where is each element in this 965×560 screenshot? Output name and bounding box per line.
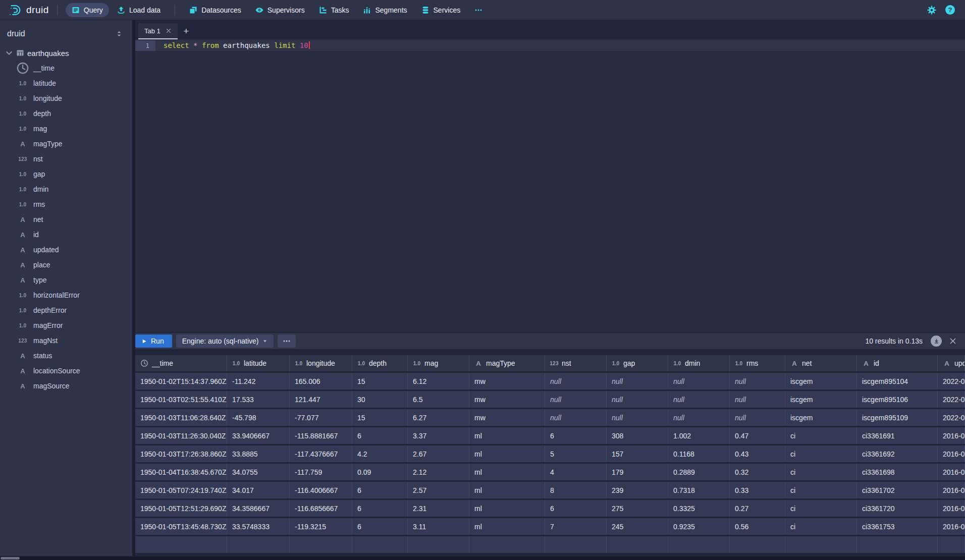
table-cell[interactable]: -117.4376667: [290, 445, 352, 462]
column-header-net[interactable]: Anet: [785, 355, 857, 371]
table-cell[interactable]: null: [730, 373, 785, 389]
table-cell[interactable]: -119.3215: [290, 518, 352, 535]
table-cell[interactable]: 165.006: [290, 373, 352, 389]
sidebar-column-item[interactable]: 1.0 horizontalError: [0, 288, 132, 303]
table-cell[interactable]: 34.3586667: [227, 500, 290, 517]
table-cell[interactable]: 1950-01-03T11:06:28.640Z: [135, 409, 227, 426]
sidebar-column-item[interactable]: 1.0 gap: [0, 166, 132, 182]
column-header-gap[interactable]: 1.0gap: [607, 355, 668, 371]
column-header-__time[interactable]: __time: [135, 355, 227, 371]
double-caret-vertical-icon[interactable]: [115, 30, 123, 38]
table-cell[interactable]: 1950-01-03T11:26:30.040Z: [135, 427, 227, 444]
table-cell[interactable]: 179: [607, 464, 668, 480]
table-cell[interactable]: 6: [545, 500, 607, 517]
table-cell[interactable]: ci3361698: [857, 464, 938, 480]
table-cell[interactable]: 2016-0: [938, 500, 965, 517]
table-cell[interactable]: [135, 536, 227, 553]
chevron-down-icon[interactable]: [5, 49, 13, 57]
sidebar-column-item[interactable]: A type: [0, 272, 132, 288]
table-cell[interactable]: 2016-0: [938, 427, 965, 444]
table-cell[interactable]: iscgem: [785, 373, 857, 389]
sidebar-column-item[interactable]: A updated: [0, 242, 132, 257]
table-cell[interactable]: 33.5748333: [227, 518, 290, 535]
table-cell[interactable]: 34.0755: [227, 464, 290, 480]
table-cell[interactable]: 2022-0: [938, 373, 965, 389]
table-cell[interactable]: 121.447: [290, 391, 352, 408]
table-cell[interactable]: 2016-0: [938, 445, 965, 462]
sidebar-column-item[interactable]: A magType: [0, 136, 132, 151]
table-cell[interactable]: 1950-01-02T15:14:37.960Z: [135, 373, 227, 389]
table-cell[interactable]: null: [668, 409, 730, 426]
horizontal-scrollbar-thumb[interactable]: [1, 557, 20, 559]
table-cell[interactable]: 6: [352, 500, 408, 517]
table-cell[interactable]: -117.759: [290, 464, 352, 480]
download-results-icon[interactable]: [931, 335, 942, 347]
column-header-magType[interactable]: AmagType: [469, 355, 545, 371]
table-cell[interactable]: -11.242: [227, 373, 290, 389]
table-cell[interactable]: 1950-01-03T17:26:38.860Z: [135, 445, 227, 462]
column-header-depth[interactable]: 1.0depth: [352, 355, 408, 371]
column-header-id[interactable]: Aid: [857, 355, 938, 371]
table-cell[interactable]: 0.32: [730, 464, 785, 480]
sidebar-column-item[interactable]: 1.0 longitude: [0, 91, 132, 106]
table-cell[interactable]: 6: [352, 518, 408, 535]
table-cell[interactable]: 1950-01-05T13:45:48.730Z: [135, 518, 227, 535]
table-cell[interactable]: 245: [607, 518, 668, 535]
table-cell[interactable]: ci3361692: [857, 445, 938, 462]
table-cell[interactable]: 3.37: [408, 427, 469, 444]
nav-item-datasources[interactable]: Datasources: [183, 3, 247, 17]
table-cell[interactable]: 308: [607, 427, 668, 444]
table-cell[interactable]: 0.27: [730, 500, 785, 517]
tab-1[interactable]: Tab 1: [138, 23, 178, 39]
table-cell[interactable]: 34.017: [227, 482, 290, 498]
table-cell[interactable]: 6: [352, 482, 408, 498]
table-cell[interactable]: 2016-0: [938, 482, 965, 498]
run-button[interactable]: Run: [135, 334, 172, 348]
sql-editor[interactable]: 1 select * from earthquakes limit 10: [135, 39, 965, 332]
table-cell[interactable]: 7: [545, 518, 607, 535]
table-cell[interactable]: null: [668, 373, 730, 389]
table-cell[interactable]: null: [730, 391, 785, 408]
sidebar-column-item[interactable]: 123 nst: [0, 151, 132, 166]
nav-item-supervisors[interactable]: Supervisors: [249, 3, 311, 17]
sidebar-column-item[interactable]: 1.0 magError: [0, 318, 132, 333]
table-cell[interactable]: 0.3325: [668, 500, 730, 517]
table-cell[interactable]: 6: [545, 427, 607, 444]
table-cell[interactable]: -116.4006667: [290, 482, 352, 498]
add-tab-button[interactable]: +: [178, 23, 195, 39]
table-cell[interactable]: ci: [785, 427, 857, 444]
table-cell[interactable]: null: [607, 409, 668, 426]
table-cell[interactable]: ci: [785, 464, 857, 480]
sidebar-column-item[interactable]: 1.0 dmin: [0, 182, 132, 197]
table-cell[interactable]: 2016-0: [938, 518, 965, 535]
table-cell[interactable]: ml: [469, 427, 545, 444]
table-cell[interactable]: 2.57: [408, 482, 469, 498]
table-cell[interactable]: 33.8885: [227, 445, 290, 462]
table-cell[interactable]: 15: [352, 373, 408, 389]
table-cell[interactable]: -45.798: [227, 409, 290, 426]
table-cell[interactable]: [352, 536, 408, 553]
table-cell[interactable]: ci: [785, 445, 857, 462]
sidebar-column-item[interactable]: A locationSource: [0, 363, 132, 378]
table-cell[interactable]: mw: [469, 373, 545, 389]
table-cell[interactable]: null: [607, 373, 668, 389]
table-cell[interactable]: [785, 536, 857, 553]
table-cell[interactable]: 2.31: [408, 500, 469, 517]
table-cell[interactable]: 0.7318: [668, 482, 730, 498]
table-cell[interactable]: 0.43: [730, 445, 785, 462]
table-cell[interactable]: 0.33: [730, 482, 785, 498]
table-cell[interactable]: iscgem: [785, 409, 857, 426]
engine-select-button[interactable]: Engine: auto (sql-native): [176, 334, 274, 348]
tab-close-icon[interactable]: [166, 28, 172, 34]
sidebar-column-item[interactable]: A status: [0, 348, 132, 363]
table-cell[interactable]: ci: [785, 518, 857, 535]
table-cell[interactable]: 6: [352, 427, 408, 444]
table-cell[interactable]: 2.12: [408, 464, 469, 480]
table-cell[interactable]: 1950-01-05T12:51:29.690Z: [135, 500, 227, 517]
table-cell[interactable]: 17.533: [227, 391, 290, 408]
table-cell[interactable]: 0.09: [352, 464, 408, 480]
table-cell[interactable]: 4.2: [352, 445, 408, 462]
table-cell[interactable]: null: [545, 373, 607, 389]
table-cell[interactable]: 30: [352, 391, 408, 408]
table-cell[interactable]: ci3361720: [857, 500, 938, 517]
